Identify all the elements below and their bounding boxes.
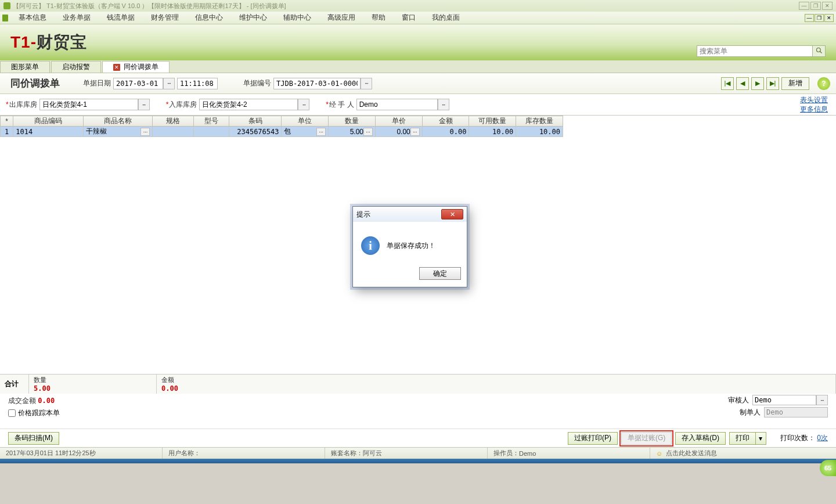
col-amount[interactable]: 金额 (422, 116, 469, 127)
new-doc-button[interactable]: 新增 (781, 77, 809, 90)
svg-line-1 (820, 52, 821, 53)
cell-amount[interactable]: 0.00 (422, 127, 469, 137)
window-title: 【阿可云】 T1-财贸宝体验版（客户端 V 10.0 ）【限时体验版使用期限还剩… (13, 2, 286, 10)
print-dropdown-button[interactable]: ▾ (756, 432, 766, 445)
help-button[interactable]: ? (817, 77, 830, 90)
col-unit[interactable]: 单位 (282, 116, 329, 127)
doc-number-input[interactable] (273, 78, 361, 89)
menu-finance[interactable]: 财务管理 (143, 12, 187, 24)
menu-maintain[interactable]: 维护中心 (231, 12, 275, 24)
cell-model[interactable] (194, 127, 229, 137)
auditor-label: 审核人 (728, 395, 749, 405)
status-message-link[interactable]: 点击此处发送消息 (666, 449, 717, 458)
in-warehouse-picker[interactable]: ··· (298, 99, 309, 110)
auditor-input[interactable] (752, 395, 816, 405)
os-taskbar-strip (0, 459, 836, 463)
status-user-label: 用户名称： (168, 449, 200, 458)
mdi-minimize-button[interactable]: — (805, 14, 814, 22)
date-picker-button[interactable]: ··· (163, 78, 175, 89)
grid-row[interactable]: 1 1014 干辣椒··· 2345676543 包··· 5.00··· 0.… (1, 127, 563, 137)
cell-code[interactable]: 1014 (13, 127, 84, 137)
out-warehouse-label: 出库库房 (9, 100, 37, 110)
col-model[interactable]: 型号 (194, 116, 229, 127)
col-name[interactable]: 商品名称 (84, 116, 153, 127)
total-amount-label: 金额 (161, 376, 831, 384)
tab-startup-alert[interactable]: 启动报警 (51, 61, 101, 73)
col-code[interactable]: 商品编码 (13, 116, 84, 127)
cell-barcode[interactable]: 2345676543 (229, 127, 282, 137)
more-info-link[interactable]: 更多信息 (800, 105, 828, 114)
col-avail[interactable]: 可用数量 (469, 116, 516, 127)
nav-first-button[interactable]: |◀ (721, 77, 734, 90)
doc-date-input[interactable] (113, 78, 163, 89)
print-count-value[interactable]: 0次 (817, 434, 828, 442)
warehouse-form: * 出库库房 ··· * 入库库房 ··· * 经 手 人 ··· 表头设置 更… (0, 94, 836, 115)
menu-infocenter[interactable]: 信息中心 (187, 12, 231, 24)
tab-transfer-doc[interactable]: ✕ 同价调拨单 (102, 61, 170, 73)
col-qty[interactable]: 数量 (329, 116, 376, 127)
nav-last-button[interactable]: ▶| (766, 77, 779, 90)
save-draft-button[interactable]: 存入草稿(D) (675, 432, 726, 445)
out-warehouse-input[interactable] (39, 99, 138, 110)
cell-picker-icon[interactable]: ··· (140, 128, 150, 136)
dialog-ok-button[interactable]: 确定 (419, 267, 461, 280)
window-minimize-button[interactable]: — (799, 2, 809, 10)
window-close-button[interactable]: ✕ (822, 2, 833, 10)
docno-picker-button[interactable]: ··· (361, 78, 372, 89)
price-track-checkbox[interactable] (8, 409, 16, 417)
menu-biz-docs[interactable]: 业务单据 (55, 12, 99, 24)
nav-next-button[interactable]: ▶ (751, 77, 764, 90)
status-operator-value: Demo (519, 450, 536, 457)
tab-close-icon[interactable]: ✕ (113, 64, 120, 71)
col-spec[interactable]: 规格 (153, 116, 194, 127)
notification-badge[interactable]: 65 (820, 460, 836, 476)
cell-picker-icon[interactable]: ··· (363, 128, 373, 136)
menu-desktop[interactable]: 我的桌面 (424, 12, 468, 24)
cell-picker-icon[interactable]: ··· (410, 128, 420, 136)
handler-label: 经 手 人 (329, 100, 354, 110)
col-marker[interactable]: * (1, 116, 13, 127)
cell-picker-icon[interactable]: ··· (316, 128, 326, 136)
post-print-button[interactable]: 过账打印(P) (568, 432, 618, 445)
print-button[interactable]: 打印 (729, 432, 756, 445)
search-input[interactable] (697, 45, 813, 57)
mdi-close-button[interactable]: ✕ (824, 14, 834, 22)
menu-help[interactable]: 帮助 (363, 12, 394, 24)
doc-time-input[interactable] (177, 78, 218, 89)
window-restore-button[interactable]: ❐ (810, 2, 821, 10)
status-account-label: 账套名称： (331, 449, 363, 458)
cell-price[interactable]: 0.00··· (375, 127, 422, 137)
col-price[interactable]: 单价 (375, 116, 422, 127)
tab-graph-menu[interactable]: 图形菜单 (0, 61, 50, 73)
post-document-button[interactable]: 单据过账(G) (621, 432, 672, 445)
cell-qty[interactable]: 5.00··· (329, 127, 376, 137)
col-stock[interactable]: 库存数量 (516, 116, 563, 127)
cell-spec[interactable] (153, 127, 194, 137)
save-success-dialog: 提示 ✕ i 单据保存成功！ 确定 (352, 206, 467, 287)
menu-window[interactable]: 窗口 (394, 12, 424, 24)
col-barcode[interactable]: 条码 (229, 116, 282, 127)
price-track-label: 价格跟踪本单 (18, 408, 60, 418)
menu-cashflow[interactable]: 钱流单据 (99, 12, 143, 24)
status-account-value: 阿可云 (363, 449, 382, 458)
window-titlebar: 【阿可云】 T1-财贸宝体验版（客户端 V 10.0 ）【限时体验版使用期限还剩… (0, 0, 836, 12)
deal-amount-value: 0.00 (38, 397, 55, 405)
deal-amount-label: 成交金额 (8, 397, 36, 405)
auditor-picker[interactable]: ··· (816, 395, 828, 405)
lock-icon (0, 12, 10, 24)
cell-name[interactable]: 干辣椒··· (84, 127, 153, 137)
menu-assist[interactable]: 辅助中心 (275, 12, 319, 24)
out-warehouse-picker[interactable]: ··· (138, 99, 150, 110)
barcode-scan-button[interactable]: 条码扫描(M) (8, 432, 59, 445)
header-settings-link[interactable]: 表头设置 (800, 95, 828, 105)
mdi-restore-button[interactable]: ❐ (815, 14, 824, 22)
handler-picker[interactable]: ··· (438, 99, 449, 110)
nav-prev-button[interactable]: ◀ (736, 77, 749, 90)
search-button[interactable] (813, 45, 826, 57)
cell-unit[interactable]: 包··· (282, 127, 329, 137)
menu-advanced[interactable]: 高级应用 (319, 12, 363, 24)
handler-input[interactable] (356, 99, 438, 110)
dialog-close-button[interactable]: ✕ (441, 209, 463, 219)
in-warehouse-input[interactable] (199, 99, 298, 110)
menu-basic-info[interactable]: 基本信息 (10, 12, 55, 24)
